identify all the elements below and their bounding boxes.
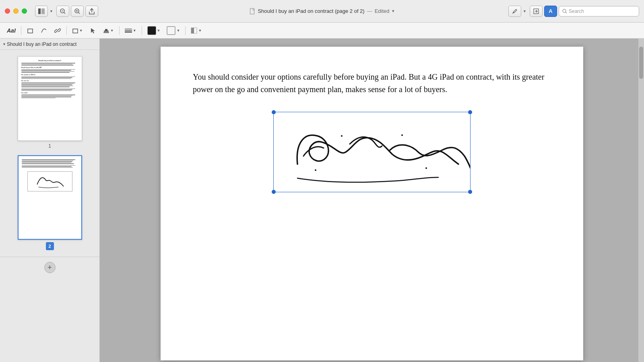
share-button[interactable] — [85, 6, 98, 17]
document-area: You should consider your options careful… — [100, 39, 644, 362]
svg-rect-21 — [103, 32, 109, 33]
stroke-color-button[interactable]: ▼ — [165, 25, 182, 36]
sidebar-header: ▾ Should I buy an iPad on contract — [0, 39, 99, 50]
title-separator: — — [367, 8, 372, 14]
scrollbar[interactable] — [638, 39, 644, 362]
page-thumb-1[interactable]: Should I buy an iPad on contract? Should… — [18, 56, 82, 149]
svg-rect-18 — [73, 29, 78, 33]
sidebar-pages: Should I buy an iPad on contract? Should… — [0, 50, 99, 257]
toolbar-separator-3 — [119, 26, 120, 35]
document-title: Should I buy an iPad on contract (page 2… — [258, 8, 364, 14]
svg-line-15 — [566, 12, 567, 13]
fullscreen-button[interactable] — [22, 8, 27, 14]
view-toggle-button[interactable] — [35, 6, 48, 17]
traffic-lights — [5, 8, 27, 14]
scrollbar-thumb[interactable] — [639, 47, 643, 79]
sidebar: ▾ Should I buy an iPad on contract Shoul… — [0, 39, 100, 362]
handle-bottom-right[interactable] — [468, 190, 472, 194]
zoom-in-button[interactable] — [71, 6, 84, 17]
svg-rect-16 — [28, 29, 33, 33]
main-layout: ▾ Should I buy an iPad on contract Shoul… — [0, 39, 644, 362]
zoom-buttons — [56, 6, 98, 17]
markup-chevron[interactable]: ▼ — [523, 9, 526, 13]
page-2-number-badge: 2 — [46, 242, 54, 250]
sidebar-title: Should I buy an iPad on contract — [7, 41, 76, 47]
stroke-color-swatch — [167, 26, 175, 35]
svg-rect-10 — [250, 8, 254, 14]
share-export-button[interactable] — [530, 6, 543, 17]
sidebar-collapse-icon[interactable]: ▾ — [3, 42, 5, 46]
sketch-button[interactable] — [38, 25, 50, 36]
toolbar-separator-2 — [66, 26, 67, 35]
doc-icon — [250, 8, 255, 14]
right-toolbar-buttons: ▼ A Search — [508, 6, 639, 17]
sidebar-bottom: + — [0, 257, 99, 278]
close-button[interactable] — [5, 8, 10, 14]
titlebar: ▼ Should I buy an iPad on contract (page… — [0, 0, 644, 23]
stamp-button[interactable]: ▼ — [101, 25, 116, 36]
title-bar-center: Should I buy an iPad on contract (page 2… — [250, 8, 394, 14]
handle-top-right[interactable] — [468, 110, 472, 114]
add-page-button[interactable]: + — [44, 262, 56, 273]
search-placeholder: Search — [569, 8, 584, 14]
svg-rect-0 — [38, 8, 41, 14]
svg-rect-1 — [41, 8, 45, 14]
signature-image-container[interactable] — [273, 112, 471, 192]
cursor-tool-button[interactable] — [87, 25, 99, 36]
svg-point-14 — [563, 9, 566, 12]
handle-bottom-left[interactable] — [272, 190, 276, 194]
page-thumb-2[interactable]: 2 — [18, 155, 82, 250]
document-page-2: You should consider your options careful… — [161, 47, 583, 360]
edited-status: Edited — [375, 8, 390, 14]
view-buttons: ▼ — [35, 6, 53, 17]
search-field[interactable]: Search — [559, 6, 639, 16]
svg-line-4 — [64, 12, 65, 14]
rect-shape-button[interactable] — [25, 25, 36, 36]
toolbar-separator-4 — [142, 26, 142, 35]
title-chevron-icon: ▾ — [392, 8, 394, 14]
handle-top-left[interactable] — [272, 110, 276, 114]
view-chevron[interactable]: ▼ — [50, 9, 53, 13]
document-body-text: You should consider your options careful… — [193, 71, 551, 96]
page-2-preview — [18, 155, 82, 240]
zoom-out-button[interactable] — [56, 6, 69, 17]
text-tool-button[interactable]: AaI — [5, 25, 18, 36]
page-1-number: 1 — [48, 143, 51, 149]
toolbar-separator-5 — [185, 26, 186, 35]
page-1-preview: Should I buy an iPad on contract? Should… — [18, 56, 82, 141]
svg-rect-23 — [191, 28, 194, 33]
link-button[interactable] — [52, 25, 63, 36]
selection-box — [273, 112, 471, 192]
opacity-button[interactable]: ▼ — [189, 25, 204, 36]
shape-tool-button[interactable]: ▼ — [70, 25, 85, 36]
svg-rect-20 — [105, 29, 107, 31]
accessibility-button[interactable]: A — [544, 6, 557, 17]
border-weight-button[interactable]: ▼ — [123, 25, 138, 36]
minimize-button[interactable] — [13, 8, 19, 14]
toolbar-separator-1 — [21, 26, 21, 35]
fill-color-swatch — [147, 26, 156, 35]
search-icon — [562, 9, 567, 14]
svg-line-8 — [78, 12, 80, 14]
markup-pen-button[interactable] — [508, 6, 521, 17]
annotation-toolbar: AaI ▼ ▼ ▼ ▼ ▼ ▼ — [0, 23, 644, 39]
fill-color-button[interactable]: ▼ — [145, 25, 163, 36]
